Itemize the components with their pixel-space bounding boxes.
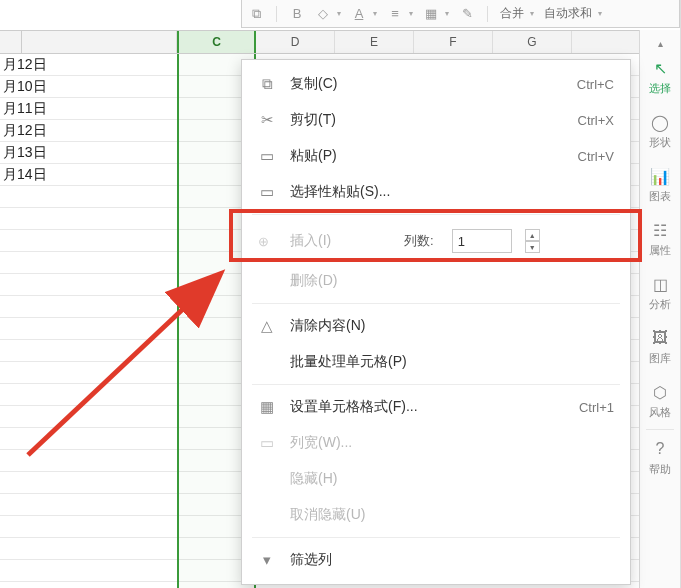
shape-icon: ◯ — [650, 112, 670, 132]
column-header-row: C D E F G — [0, 30, 639, 54]
shortcut-text: Ctrl+C — [577, 77, 614, 92]
font-color-icon[interactable]: A — [351, 6, 367, 22]
context-menu: ⧉ 复制(C) Ctrl+C ✂ 剪切(T) Ctrl+X ▭ 粘贴(P) Ct… — [241, 59, 631, 585]
menu-copy[interactable]: ⧉ 复制(C) Ctrl+C — [242, 66, 630, 102]
eraser-icon: △ — [258, 317, 276, 335]
cell[interactable]: 月11日 — [0, 100, 155, 118]
menu-cut[interactable]: ✂ 剪切(T) Ctrl+X — [242, 102, 630, 138]
props-icon: ☷ — [650, 220, 670, 240]
batch-icon — [258, 353, 276, 371]
border-icon[interactable]: ▦ — [423, 6, 439, 22]
right-side-panel: ▴ ↖选择 ◯形状 📊图表 ☷属性 ◫分析 🖼图库 ⬡风格 ?帮助 — [639, 30, 680, 588]
cell[interactable]: 月13日 — [0, 144, 155, 162]
column-count-label: 列数: — [404, 232, 434, 250]
delete-icon — [258, 272, 276, 290]
side-help[interactable]: ?帮助 — [640, 431, 680, 485]
shortcut-text: Ctrl+1 — [579, 400, 614, 415]
cell[interactable]: 月14日 — [0, 166, 155, 184]
shortcut-text: Ctrl+V — [578, 149, 614, 164]
cut-icon: ✂ — [258, 111, 276, 129]
autosum-button[interactable]: 自动求和 — [544, 5, 592, 22]
style-icon: ⬡ — [650, 382, 670, 402]
side-analyze[interactable]: ◫分析 — [640, 266, 680, 320]
side-chart[interactable]: 📊图表 — [640, 158, 680, 212]
cursor-icon: ↖ — [650, 58, 670, 78]
menu-hide: 隐藏(H) — [242, 461, 630, 497]
spin-up-button[interactable]: ▲ — [525, 229, 540, 241]
menu-delete: 删除(D) — [242, 263, 630, 299]
cell[interactable]: 月10日 — [0, 78, 155, 96]
width-icon: ▭ — [258, 434, 276, 452]
menu-batch[interactable]: 批量处理单元格(P) — [242, 344, 630, 380]
column-header[interactable]: D — [256, 31, 335, 53]
menu-colwidth: ▭ 列宽(W)... — [242, 425, 630, 461]
side-lib[interactable]: 🖼图库 — [640, 320, 680, 374]
menu-filter-column[interactable]: ▾ 筛选列 — [242, 542, 630, 578]
column-header-selected[interactable]: C — [177, 31, 256, 53]
side-shape[interactable]: ◯形状 — [640, 104, 680, 158]
fill-color-icon[interactable]: ◇ — [315, 6, 331, 22]
menu-paste[interactable]: ▭ 粘贴(P) Ctrl+V — [242, 138, 630, 174]
menu-unhide: 取消隐藏(U) — [242, 497, 630, 533]
scroll-up-icon[interactable]: ▴ — [652, 36, 668, 50]
copy-icon: ⧉ — [258, 75, 276, 93]
column-count-input[interactable] — [452, 229, 512, 253]
column-header[interactable]: E — [335, 31, 414, 53]
format-icon: ▦ — [258, 398, 276, 416]
align-icon[interactable]: ≡ — [387, 6, 403, 22]
column-header[interactable]: G — [493, 31, 572, 53]
filter-icon: ▾ — [258, 551, 276, 569]
menu-insert[interactable]: ⊕ 插入(I) 列数: ▲ ▼ — [242, 219, 630, 263]
copy-format-icon[interactable]: ⧉ — [248, 6, 264, 22]
side-props[interactable]: ☷属性 — [640, 212, 680, 266]
menu-paste-special[interactable]: ▭ 选择性粘贴(S)... — [242, 174, 630, 210]
bold-icon[interactable]: B — [289, 6, 305, 22]
cell[interactable]: 月12日 — [0, 56, 155, 74]
paste-icon: ▭ — [258, 147, 276, 165]
paste-special-icon: ▭ — [258, 183, 276, 201]
help-icon: ? — [650, 439, 670, 459]
menu-clear[interactable]: △ 清除内容(N) — [242, 308, 630, 344]
gallery-icon: 🖼 — [650, 328, 670, 348]
format-painter-icon[interactable]: ✎ — [459, 6, 475, 22]
column-header[interactable] — [22, 31, 177, 53]
insert-icon: ⊕ — [258, 234, 276, 249]
side-style[interactable]: ⬡风格 — [640, 374, 680, 428]
mini-format-toolbar: ⧉ B ◇▾ A▾ ≡▾ ▦▾ ✎ 合并▾ 自动求和▾ — [241, 0, 680, 28]
analyze-icon: ◫ — [650, 274, 670, 294]
cell[interactable]: 月12日 — [0, 122, 155, 140]
column-header[interactable]: F — [414, 31, 493, 53]
spin-down-button[interactable]: ▼ — [525, 241, 540, 253]
chart-icon: 📊 — [650, 166, 670, 186]
shortcut-text: Ctrl+X — [578, 113, 614, 128]
side-select[interactable]: ↖选择 — [640, 50, 680, 104]
menu-format-cells[interactable]: ▦ 设置单元格格式(F)... Ctrl+1 — [242, 389, 630, 425]
merge-button[interactable]: 合并 — [500, 5, 524, 22]
